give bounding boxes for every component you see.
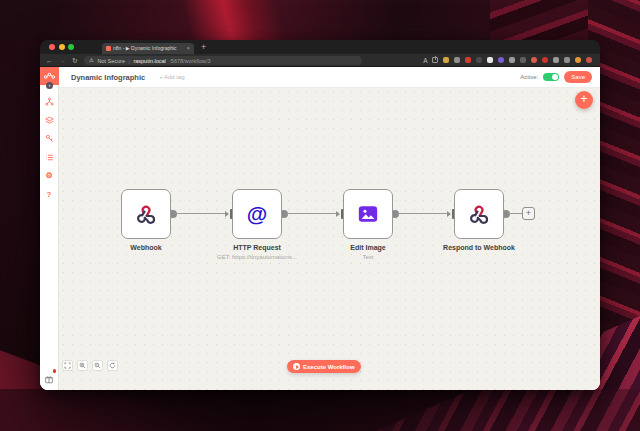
workflow-canvas[interactable]: + Webhook @ HTTP Request GET: https://ti…: [59, 88, 600, 390]
connection-arrow: [225, 211, 229, 217]
node-http-request[interactable]: @: [232, 189, 282, 239]
warning-icon: ⚠: [89, 57, 94, 64]
browser-window: n8n - ▶ Dynamic Infographic × + ← → ↻ ⚠ …: [40, 40, 600, 390]
extension-yellow-icon[interactable]: [443, 57, 450, 64]
url-host: rasputin.local: [133, 57, 165, 63]
connection-arrow: [336, 211, 340, 217]
node-respond-to-webhook[interactable]: [454, 189, 504, 239]
tab-title: n8n - ▶ Dynamic Infographic: [113, 43, 186, 53]
back-button[interactable]: ←: [46, 54, 53, 67]
browser-tab[interactable]: n8n - ▶ Dynamic Infographic ×: [102, 43, 194, 55]
n8n-app: ›: [40, 67, 600, 390]
sidebar-item-settings[interactable]: ⚙: [45, 171, 54, 180]
extension-dark-square-icon[interactable]: [476, 57, 483, 64]
active-label: Active:: [520, 74, 538, 80]
reset-zoom-button[interactable]: [107, 360, 118, 371]
url-separator: |: [128, 57, 129, 63]
play-icon: [293, 363, 300, 370]
add-node-button[interactable]: +: [575, 91, 593, 109]
connection-line[interactable]: [397, 213, 449, 214]
extension-gray-square-icon[interactable]: [454, 57, 461, 64]
node-subtitle: Text: [298, 254, 438, 260]
extension-clock-icon[interactable]: [553, 57, 560, 64]
browser-toolbar: ← → ↻ ⚠ Not Secure | rasputin.local :567…: [40, 54, 600, 67]
sidebar-item-executions[interactable]: [45, 153, 54, 162]
node-label: Respond to Webhook: [409, 244, 549, 251]
extension-cursor-icon[interactable]: [487, 57, 494, 64]
sidebar-collapse-button[interactable]: ›: [46, 82, 53, 89]
active-toggle[interactable]: [543, 73, 559, 82]
extension-red-circle-icon[interactable]: [542, 57, 549, 64]
extensions-row: [443, 57, 593, 64]
webhook-icon: [135, 203, 157, 225]
zoom-in-button[interactable]: [77, 360, 88, 371]
workflow-title[interactable]: Dynamic Infographic: [71, 73, 145, 82]
extension-red-badge-icon[interactable]: [465, 57, 472, 64]
security-status[interactable]: Not Secure: [97, 57, 125, 63]
connection-line: [508, 213, 522, 214]
connection-arrow: [447, 211, 451, 217]
minimize-window-button[interactable]: [59, 44, 65, 50]
url-path: :5678/workflow/3: [169, 57, 210, 63]
gift-icon: [44, 374, 54, 384]
extension-ghost-icon[interactable]: [509, 57, 516, 64]
notification-dot: [53, 369, 57, 373]
stack-icon: [45, 116, 54, 125]
zoom-out-button[interactable]: [92, 360, 103, 371]
n8n-logo-icon: [43, 70, 56, 82]
canvas-controls: [62, 360, 118, 371]
execute-workflow-button[interactable]: Execute Workflow: [287, 360, 361, 373]
image-icon: [357, 203, 379, 225]
tab-close-icon[interactable]: ×: [186, 45, 190, 51]
node-edit-image[interactable]: [343, 189, 393, 239]
wallpaper-shape: [165, 0, 305, 40]
extension-orange-icon[interactable]: [575, 57, 582, 64]
zoom-window-button[interactable]: [68, 44, 74, 50]
address-bar[interactable]: ⚠ Not Secure | rasputin.local :5678/work…: [84, 56, 362, 65]
connection-line[interactable]: [286, 213, 338, 214]
node-webhook[interactable]: [121, 189, 171, 239]
append-node-button[interactable]: +: [522, 207, 535, 220]
list-icon: [45, 153, 54, 162]
close-window-button[interactable]: [49, 44, 55, 50]
at-icon: @: [247, 204, 267, 224]
traffic-lights: [49, 44, 74, 50]
sidebar-item-workflows[interactable]: [45, 97, 54, 106]
question-icon: ?: [47, 190, 52, 199]
wallpaper-shape: [0, 389, 640, 431]
key-icon: [45, 134, 54, 143]
sidebar-item-help[interactable]: ?: [45, 190, 54, 199]
add-tag-button[interactable]: + Add tag: [159, 74, 185, 80]
new-tab-button[interactable]: +: [201, 43, 206, 52]
text-zoom-icon[interactable]: A: [423, 57, 427, 64]
forward-button[interactable]: →: [59, 54, 66, 67]
webhook-icon: [468, 203, 490, 225]
sidebar: ›: [40, 67, 59, 390]
share-icon[interactable]: [432, 57, 438, 63]
extension-dim-icon[interactable]: [520, 57, 527, 64]
toggle-knob: [552, 74, 559, 81]
reload-button[interactable]: ↻: [72, 54, 78, 67]
tab-strip: n8n - ▶ Dynamic Infographic × +: [40, 40, 600, 54]
sidebar-item-templates[interactable]: [45, 116, 54, 125]
toolbar-right: A: [423, 57, 594, 64]
extension-bell-icon[interactable]: [531, 57, 538, 64]
n8n-favicon-icon: [106, 46, 111, 51]
sidebar-item-credentials[interactable]: [45, 134, 54, 143]
connection-line[interactable]: [175, 213, 226, 214]
nodes-icon: [45, 97, 54, 106]
extension-purple-icon[interactable]: [498, 57, 505, 64]
whats-new-button[interactable]: [44, 370, 55, 381]
workflow-header: Dynamic Infographic + Add tag Active: Sa…: [59, 67, 600, 88]
gear-icon: ⚙: [45, 171, 52, 180]
extension-profile-icon[interactable]: [586, 57, 593, 64]
zoom-to-fit-button[interactable]: [62, 360, 73, 371]
save-button[interactable]: Save: [564, 71, 592, 83]
extension-copy-icon[interactable]: [564, 57, 571, 64]
